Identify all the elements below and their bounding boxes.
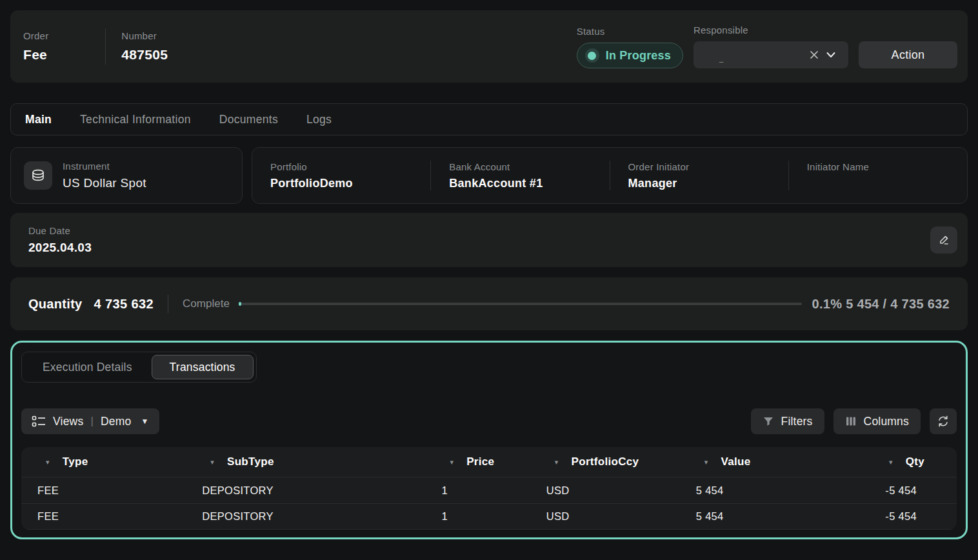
- order-header: Order Fee Number 487505 Status In Progre…: [10, 10, 968, 83]
- table-row[interactable]: FEE DEPOSITORY 1 USD 5 454 -5 454: [21, 503, 957, 530]
- filters-button[interactable]: Filters: [751, 408, 824, 434]
- portfolio-value: PortfolioDemo: [270, 177, 430, 190]
- portfolio-label: Portfolio: [270, 161, 430, 172]
- transactions-table: ▾Type ▾SubType ▾Price ▾PortfolioCcy ▾Val…: [21, 447, 957, 530]
- status-label: Status: [577, 26, 683, 37]
- due-date-value: 2025.04.03: [28, 241, 92, 255]
- views-label: Views: [53, 415, 83, 428]
- column-menu-icon[interactable]: ▾: [450, 458, 454, 466]
- cell-price: 1: [425, 485, 530, 497]
- cell-price: 1: [425, 510, 530, 523]
- order-identity: Order Fee Number 487505: [23, 28, 168, 65]
- quantity-divider: [168, 295, 168, 313]
- cell-qty: -5 454: [853, 485, 957, 497]
- coins-icon: [24, 161, 52, 190]
- order-label: Order: [23, 30, 48, 41]
- tab-technical-information[interactable]: Technical Information: [80, 113, 191, 126]
- views-list-icon: [32, 415, 46, 428]
- cell-subtype: DEPOSITORY: [186, 485, 425, 497]
- instrument-field: Instrument US Dollar Spot: [63, 161, 146, 190]
- caret-down-icon: ▼: [141, 417, 148, 426]
- toolbar-right: Filters Columns: [751, 408, 957, 434]
- portfolio-field: Portfolio PortfolioDemo: [252, 161, 430, 190]
- cell-portfolioccy: USD: [530, 510, 680, 523]
- order-initiator-field: Order Initiator Manager: [610, 161, 788, 190]
- quantity-card: Quantity 4 735 632 Complete 0.1% 5 454 /…: [10, 277, 968, 330]
- columns-button[interactable]: Columns: [833, 408, 921, 434]
- bank-account-field: Bank Account BankAccount #1: [431, 161, 609, 190]
- column-header-price[interactable]: ▾Price: [425, 455, 530, 468]
- edit-due-date-button[interactable]: [930, 226, 957, 254]
- tab-documents[interactable]: Documents: [219, 113, 278, 126]
- column-header-type[interactable]: ▾Type: [21, 455, 186, 468]
- table-row[interactable]: FEE DEPOSITORY 1 USD 5 454 -5 454: [21, 477, 957, 503]
- order-value: Fee: [23, 47, 48, 63]
- column-label: PortfolioCcy: [572, 455, 639, 468]
- cell-portfolioccy: USD: [530, 485, 680, 497]
- column-menu-icon[interactable]: ▾: [889, 458, 893, 466]
- column-menu-icon[interactable]: ▾: [46, 458, 50, 466]
- initiator-name-field: Initiator Name: [789, 161, 967, 190]
- responsible-select[interactable]: _: [694, 41, 848, 68]
- cell-type: FEE: [21, 485, 186, 497]
- view-toggle: Execution Details Transactions: [21, 352, 257, 383]
- toggle-transactions[interactable]: Transactions: [152, 355, 254, 379]
- column-menu-icon[interactable]: ▾: [555, 458, 559, 466]
- due-date-label: Due Date: [28, 225, 92, 236]
- views-dropdown[interactable]: Views | Demo ▼: [21, 408, 159, 434]
- instrument-card: Instrument US Dollar Spot: [10, 147, 243, 204]
- quantity-label: Quantity: [28, 297, 83, 312]
- column-menu-icon[interactable]: ▾: [210, 458, 214, 466]
- table-header-row: ▾Type ▾SubType ▾Price ▾PortfolioCcy ▾Val…: [21, 447, 957, 477]
- chevron-down-icon[interactable]: [823, 46, 839, 63]
- responsible-field: Responsible _: [694, 25, 848, 68]
- column-label: SubType: [227, 455, 274, 468]
- complete-label: Complete: [183, 297, 230, 310]
- column-label: Type: [63, 455, 88, 468]
- tab-logs[interactable]: Logs: [306, 113, 332, 126]
- column-label: Price: [466, 455, 494, 468]
- column-header-subtype[interactable]: ▾SubType: [186, 455, 425, 468]
- progress-fill: [239, 302, 241, 306]
- refresh-button[interactable]: [930, 408, 957, 434]
- refresh-icon: [936, 414, 950, 428]
- column-header-value[interactable]: ▾Value: [680, 455, 854, 468]
- columns-icon: [845, 415, 857, 427]
- action-button[interactable]: Action: [859, 41, 957, 68]
- due-date-field: Due Date 2025.04.03: [28, 225, 92, 255]
- cell-qty: -5 454: [853, 510, 957, 523]
- status-text: In Progress: [606, 49, 671, 63]
- tab-main[interactable]: Main: [25, 113, 52, 126]
- progress-bar: [239, 303, 802, 305]
- instrument-value: US Dollar Spot: [63, 176, 146, 190]
- initiator-name-label: Initiator Name: [807, 161, 967, 172]
- responsible-value: _: [719, 55, 806, 68]
- status-badge: In Progress: [577, 43, 683, 68]
- quantity-value: 4 735 632: [94, 297, 154, 312]
- order-initiator-label: Order Initiator: [628, 161, 788, 172]
- column-header-qty[interactable]: ▾Qty: [853, 455, 957, 468]
- order-fields-card: Portfolio PortfolioDemo Bank Account Ban…: [252, 147, 968, 204]
- cell-value: 5 454: [680, 485, 854, 497]
- transactions-section: Execution Details Transactions Views | D…: [10, 341, 968, 539]
- clear-icon[interactable]: [806, 46, 823, 63]
- bank-account-label: Bank Account: [449, 161, 609, 172]
- due-date-card: Due Date 2025.04.03: [10, 213, 968, 267]
- instrument-label: Instrument: [63, 161, 146, 172]
- number-value: 487505: [121, 47, 168, 63]
- progress-text: 0.1% 5 454 / 4 735 632: [812, 297, 950, 312]
- number-field: Number 487505: [121, 30, 168, 63]
- toggle-execution-details[interactable]: Execution Details: [25, 355, 150, 379]
- column-menu-icon[interactable]: ▾: [704, 458, 708, 466]
- column-label: Value: [721, 455, 751, 468]
- number-label: Number: [121, 30, 168, 41]
- cell-value: 5 454: [680, 510, 854, 523]
- responsible-label: Responsible: [694, 25, 848, 35]
- order-initiator-value: Manager: [628, 177, 788, 190]
- column-header-portfolioccy[interactable]: ▾PortfolioCcy: [530, 455, 680, 468]
- order-field: Order Fee: [23, 30, 48, 63]
- header-divider: [105, 28, 106, 65]
- table-toolbar: Views | Demo ▼ Filters: [21, 408, 957, 434]
- columns-label: Columns: [864, 415, 909, 428]
- filters-label: Filters: [781, 415, 813, 428]
